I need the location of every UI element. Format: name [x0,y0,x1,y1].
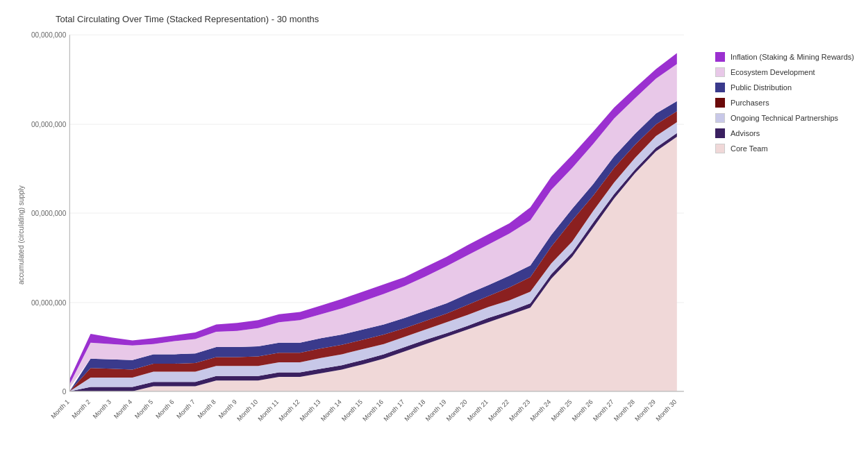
svg-text:Month 5: Month 5 [133,398,154,420]
legend-label-purchasers: Purchasers [731,99,769,107]
svg-text:Month 21: Month 21 [466,398,490,423]
chart-body: accumulated (circulating) supply [14,31,861,439]
chart-area: 2,000,000,000 1,500,000,000 1,000,000,00… [31,31,701,439]
legend-item-core-team: Core Team [715,144,854,153]
svg-text:Month 22: Month 22 [487,398,510,423]
svg-text:Month 8: Month 8 [197,398,217,420]
svg-text:0: 0 [62,388,67,396]
chart-title: Total Circulating Over Time (Stacked Rep… [56,14,861,24]
legend-label-ecosystem: Ecosystem Development [731,68,815,76]
legend-label-inflation: Inflation (Staking & Mining Rewards) [731,53,854,61]
legend-label-ongoing: Ongoing Technical Partnerships [731,114,838,122]
svg-text:Month 2: Month 2 [71,398,92,420]
chart-container: Total Circulating Over Time (Stacked Rep… [0,0,868,456]
legend-label-advisors: Advisors [731,129,760,137]
svg-text:Month 3: Month 3 [92,398,112,420]
svg-text:Month 6: Month 6 [154,398,175,420]
legend-color-inflation [715,52,725,62]
svg-text:Month 24: Month 24 [529,398,553,423]
svg-text:Month 25: Month 25 [550,398,574,423]
svg-text:Month 16: Month 16 [361,398,385,423]
legend-color-ecosystem [715,67,725,77]
svg-text:1,000,000,000: 1,000,000,000 [31,210,67,217]
svg-text:Month 30: Month 30 [655,398,678,423]
legend: Inflation (Staking & Mining Rewards) Eco… [701,31,861,439]
svg-text:Month 20: Month 20 [445,398,469,423]
svg-text:Month 11: Month 11 [257,398,281,423]
main-svg: 2,000,000,000 1,500,000,000 1,000,000,00… [31,31,701,439]
svg-text:Month 15: Month 15 [340,398,364,423]
legend-item-ongoing: Ongoing Technical Partnerships [715,113,854,123]
legend-item-inflation: Inflation (Staking & Mining Rewards) [715,52,854,62]
svg-text:Month 26: Month 26 [571,398,594,423]
legend-label-public-dist: Public Distribution [731,83,792,92]
svg-text:Month 12: Month 12 [278,398,301,423]
svg-text:2,000,000,000: 2,000,000,000 [31,31,67,39]
svg-text:Month 19: Month 19 [424,398,448,423]
legend-color-core-team [715,144,725,153]
svg-text:Month 10: Month 10 [235,398,259,423]
svg-text:Month 23: Month 23 [508,398,532,423]
svg-text:Month 29: Month 29 [633,398,657,423]
svg-text:Month 18: Month 18 [403,398,427,423]
legend-item-purchasers: Purchasers [715,98,854,108]
legend-item-ecosystem: Ecosystem Development [715,67,854,77]
svg-text:Month 1: Month 1 [50,398,71,420]
svg-text:Month 17: Month 17 [383,398,406,423]
legend-item-public-dist: Public Distribution [715,83,854,92]
y-axis-label: accumulated (circulating) supply [14,31,28,439]
svg-text:500,000,000: 500,000,000 [31,299,67,307]
legend-color-advisors [715,128,725,138]
svg-container: 2,000,000,000 1,500,000,000 1,000,000,00… [31,31,701,439]
svg-text:Month 28: Month 28 [612,398,636,423]
legend-label-core-team: Core Team [731,144,768,153]
svg-text:1,500,000,000: 1,500,000,000 [31,121,67,128]
svg-text:Month 7: Month 7 [176,398,197,420]
legend-color-public-dist [715,83,725,92]
svg-text:Month 13: Month 13 [299,398,322,423]
svg-text:Month 4: Month 4 [112,398,133,420]
legend-item-advisors: Advisors [715,128,854,138]
legend-color-ongoing [715,113,725,123]
svg-text:Month 14: Month 14 [319,398,343,423]
svg-text:Month 27: Month 27 [592,398,615,423]
svg-text:Month 9: Month 9 [217,398,238,420]
legend-color-purchasers [715,98,725,108]
